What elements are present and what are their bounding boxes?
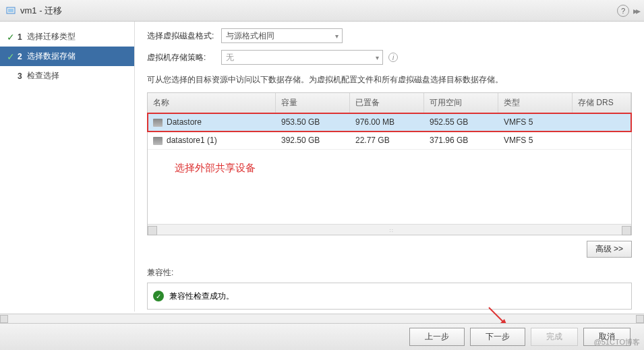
- wizard-sidebar: ✓ 1 选择迁移类型 ✓ 2 选择数据存储 3 检查选择: [0, 22, 135, 312]
- step-label: 选择迁移类型: [27, 31, 76, 42]
- info-icon[interactable]: i: [388, 53, 398, 62]
- back-button[interactable]: 上一步: [409, 328, 465, 346]
- dialog-footer: 上一步 下一步 完成 取消: [0, 323, 644, 350]
- compat-label: 兼容性:: [147, 267, 632, 279]
- check-icon: ✓: [7, 51, 18, 62]
- storage-policy-label: 虚拟机存储策略:: [147, 52, 221, 63]
- main-panel: 选择虚拟磁盘格式: 与源格式相同 虚拟机存储策略: 无 i 可从您选择的目标资源…: [135, 22, 644, 312]
- col-capacity[interactable]: 容量: [276, 93, 350, 113]
- success-icon: ✓: [153, 291, 164, 301]
- storage-policy-select[interactable]: 无: [221, 50, 383, 65]
- step-datastore[interactable]: ✓ 2 选择数据存储: [0, 47, 134, 66]
- svg-rect-1: [8, 9, 13, 12]
- advanced-button[interactable]: 高级 >>: [587, 241, 632, 258]
- col-type[interactable]: 类型: [498, 93, 573, 113]
- next-button[interactable]: 下一步: [470, 328, 525, 346]
- datastore-icon: [153, 137, 163, 145]
- description-text: 可从您选择的目标资源中访问以下数据存储。为虚拟机配置文件和所有虚拟磁盘选择目标数…: [147, 74, 632, 86]
- col-provisioned[interactable]: 已置备: [350, 93, 424, 113]
- disk-format-label: 选择虚拟磁盘格式:: [147, 30, 221, 42]
- table-row[interactable]: datastore1 (1) 392.50 GB 22.77 GB 371.96…: [148, 132, 631, 150]
- finish-button: 完成: [531, 328, 578, 346]
- outer-scrollbar[interactable]: [0, 314, 644, 323]
- datastore-icon: [153, 119, 163, 127]
- compat-message: 兼容性检查成功。: [169, 291, 234, 302]
- step-label: 检查选择: [27, 70, 59, 82]
- help-icon[interactable]: ?: [617, 5, 629, 17]
- table-scrollbar[interactable]: ::: [148, 224, 631, 235]
- dialog-title: vm1 - 迁移: [20, 5, 62, 17]
- check-icon: ✓: [7, 32, 18, 42]
- annotation-text: 选择外部共享设备: [148, 150, 631, 175]
- step-label: 选择数据存储: [27, 51, 76, 62]
- col-name[interactable]: 名称: [148, 93, 276, 113]
- disk-format-select[interactable]: 与源格式相同: [221, 28, 343, 43]
- col-free[interactable]: 可用空间: [424, 93, 498, 113]
- dialog-header: vm1 - 迁移 ? ▸▸: [0, 0, 644, 22]
- vm-icon: [5, 5, 16, 16]
- step-review[interactable]: 3 检查选择: [0, 66, 134, 86]
- datastore-table: 名称 容量 已置备 可用空间 类型 存储 DRS Datastore 953.5…: [147, 92, 632, 235]
- step-migration-type[interactable]: ✓ 1 选择迁移类型: [0, 27, 134, 47]
- table-header: 名称 容量 已置备 可用空间 类型 存储 DRS: [148, 93, 631, 113]
- watermark: @51CTO博客: [594, 337, 640, 347]
- compat-box: ✓ 兼容性检查成功。: [147, 283, 632, 310]
- col-drs[interactable]: 存储 DRS: [573, 93, 631, 113]
- table-row[interactable]: Datastore 953.50 GB 976.00 MB 952.55 GB …: [148, 113, 631, 132]
- collapse-icon[interactable]: ▸▸: [633, 5, 639, 16]
